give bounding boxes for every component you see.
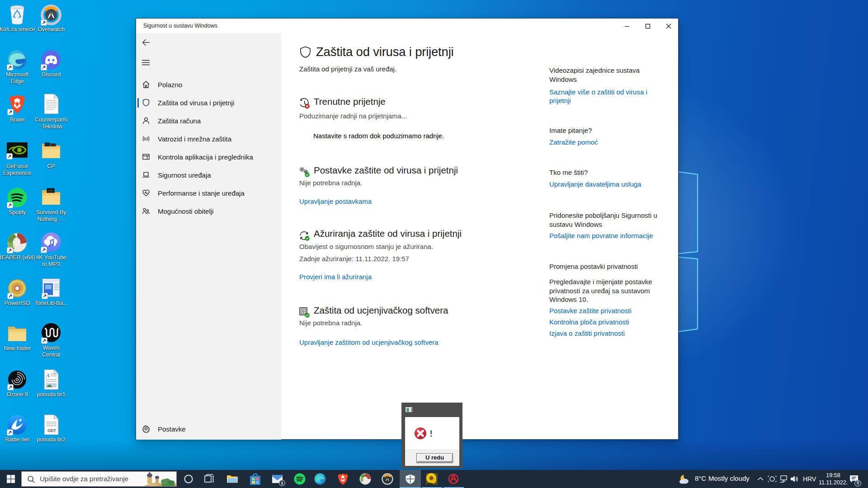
svg-text:ODT: ODT — [47, 428, 57, 433]
svg-text:A: A — [46, 372, 50, 379]
